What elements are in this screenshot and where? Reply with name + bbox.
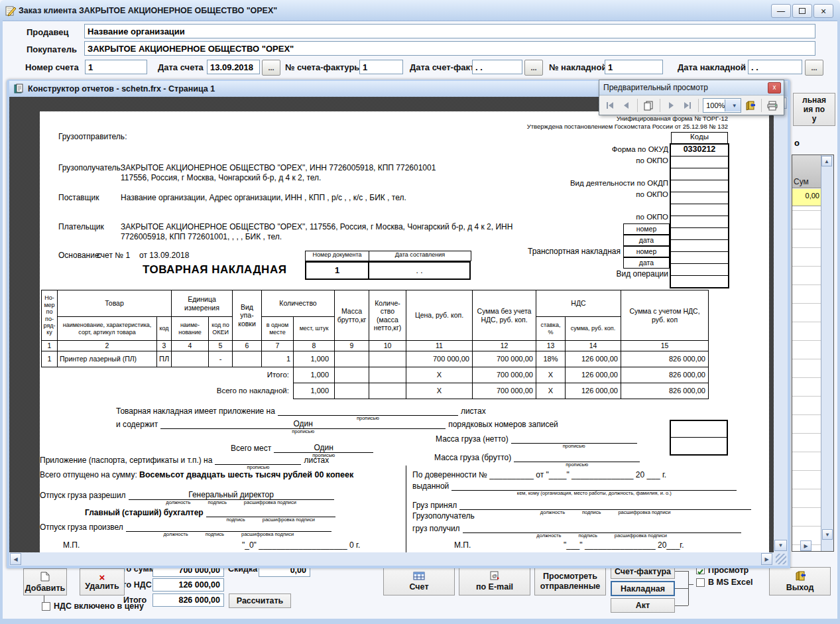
col-num: 10 (369, 341, 406, 351)
report-horizontal-scrollbar[interactable]: ◀ ▶ (9, 552, 774, 566)
report-vertical-scrollbar[interactable]: ▲ ▼ (774, 97, 788, 552)
vat-invoice-date-picker-button[interactable]: ... (524, 60, 543, 76)
gross-weight-line: Масса груза (брутто)прописью (434, 452, 642, 462)
grid-column-header-sum[interactable]: Сум (792, 155, 821, 188)
email-button[interactable]: @ по E-mail (459, 567, 530, 595)
waybill-date-input[interactable] (748, 60, 802, 74)
cell: 700 000,00 (406, 351, 473, 367)
pages-icon[interactable] (642, 98, 656, 113)
cell: 126 000,00 (566, 383, 621, 399)
doc-number-value: 1 (306, 263, 368, 279)
release-made-line: Отпуск груза произвелдолжностьподписьрас… (40, 522, 334, 532)
okpo-label: по ОКПО (636, 156, 668, 164)
waybill-number-input[interactable] (605, 60, 663, 74)
basis-value-2: от 13.09.2018 (139, 251, 189, 260)
resize-grip-icon (776, 554, 786, 564)
act-button[interactable]: Акт (611, 598, 675, 613)
svg-text:@: @ (492, 573, 497, 579)
col-header: код (157, 317, 172, 341)
prev-page-icon[interactable] (619, 98, 633, 113)
view-sent-button[interactable]: Просмотреть отправленные (534, 567, 606, 595)
minimize-icon[interactable]: — (771, 4, 791, 18)
scroll-right-icon[interactable]: ▶ (761, 553, 772, 565)
total-field[interactable]: 826 000,00 (152, 593, 224, 607)
maximize-icon[interactable] (792, 4, 812, 18)
close-icon[interactable]: × (813, 4, 833, 18)
print-icon[interactable] (766, 98, 780, 113)
total-vat-field[interactable]: 126 000,00 (152, 578, 224, 592)
chief-accountant-line: Главный (старший) бухгалтерподписьрасшиф… (85, 507, 338, 517)
waybill-date-label: Дата накладной (678, 62, 746, 72)
grid-vertical-scrollbar[interactable]: ▲ ▼ (821, 155, 833, 551)
number-label: номер (623, 246, 670, 257)
waybill-button[interactable]: Накладная (611, 581, 675, 596)
number-label: номер (623, 223, 670, 235)
invoice-number-input[interactable] (85, 60, 147, 74)
vat-included-checkbox[interactable] (42, 602, 50, 611)
resize-corner[interactable] (774, 552, 788, 566)
mp-left: М.П. (63, 540, 80, 550)
doc-number-values: 1 . . (305, 261, 471, 280)
preview-toolbar-window: Предварительный просмотр x 100% ▼ (599, 80, 784, 115)
vat-invoice-date-input[interactable] (472, 60, 522, 74)
grand-total-row: Всего по накладной: 1,000 X 700 000,00 X… (42, 383, 709, 399)
cell: 1,000 (294, 367, 335, 383)
okud-label: Форма по ОКУД (612, 145, 668, 153)
cell: 1 (42, 351, 58, 367)
buyer-input[interactable] (84, 41, 815, 56)
waybill-date-picker-button[interactable]: ... (805, 60, 823, 76)
excel-checkbox[interactable] (696, 578, 705, 587)
cell: 126 000,00 (566, 367, 621, 383)
zoom-select[interactable]: 100% ▼ (703, 98, 741, 113)
vat-invoice-number-input[interactable] (359, 60, 403, 74)
buyer-label: Покупатель (27, 44, 77, 54)
main-titlebar[interactable]: Заказ клиента ЗАКРЫТОЕ АКЦИОНЕРНОЕ ОБЩЕС… (0, 0, 840, 21)
scroll-left-icon[interactable]: ◀ (10, 553, 21, 565)
invoice-date-picker-button[interactable]: ... (262, 60, 280, 76)
payer-value-1: ЗАКРЫТОЕ АКЦИОНЕРНОЕ ОБЩЕСТВО "ОРЕХ", 11… (121, 222, 512, 231)
window-title: Заказ клиента ЗАКРЫТОЕ АКЦИОНЕРНОЕ ОБЩЕС… (19, 6, 277, 15)
close-preview-door-icon[interactable] (743, 98, 757, 113)
scroll-down-icon[interactable]: ▼ (774, 540, 787, 551)
exit-button[interactable]: Выход (769, 567, 831, 595)
bracket-stub-3 (675, 605, 688, 606)
preview-close-icon[interactable]: x (768, 82, 781, 94)
preview-titlebar[interactable]: Предварительный просмотр x (599, 80, 784, 95)
cell: 126 000,00 (566, 351, 621, 367)
cell (172, 351, 209, 367)
code-cell (671, 228, 728, 240)
last-page-icon[interactable] (680, 98, 694, 113)
consignee-label: Грузополучатель: (58, 163, 123, 172)
partially-hidden-button[interactable]: льная ия по у (793, 93, 835, 126)
cell (369, 351, 406, 367)
consignee-word: Грузополучатель (412, 511, 475, 521)
email-icon: @ (489, 571, 500, 582)
col-num: 1 (42, 341, 58, 351)
col-num: 12 (473, 341, 536, 351)
first-page-icon[interactable] (603, 98, 617, 113)
delete-button[interactable]: × Удалить (80, 568, 125, 595)
cell: X (536, 383, 566, 399)
seller-input[interactable] (84, 24, 815, 38)
cell: 700 000,00 (473, 351, 536, 367)
scroll-up-icon[interactable]: ▲ (821, 156, 832, 166)
col-header: ставка, % (536, 317, 566, 341)
invoice-date-input[interactable] (207, 60, 260, 74)
calculate-button[interactable]: Рассчитать (229, 593, 291, 608)
codes-box: 0330212 (670, 143, 729, 288)
supplier-label: Поставщик (58, 193, 99, 202)
consignee-value-2: 117556, Россия, г Москва, Чонгарский б-р… (121, 173, 321, 182)
zoom-dropdown-icon[interactable]: ▼ (725, 99, 740, 111)
doc-date-value: . . (368, 263, 469, 279)
window-right-edge (837, 21, 840, 624)
cell: X (406, 367, 473, 383)
invoice-table-icon (413, 572, 425, 582)
date-label: дата (623, 257, 670, 269)
grid-selected-cell[interactable]: 0,00 (792, 189, 821, 206)
next-page-icon[interactable] (664, 98, 678, 113)
invoice-button[interactable]: Счет (383, 567, 455, 595)
scroll-down-icon[interactable]: ▼ (822, 529, 833, 540)
add-button[interactable]: Добавить (23, 568, 67, 595)
document-title: ТОВАРНАЯ НАКЛАДНАЯ (143, 263, 286, 277)
scroll-right-icon[interactable]: ▶ (800, 540, 811, 551)
